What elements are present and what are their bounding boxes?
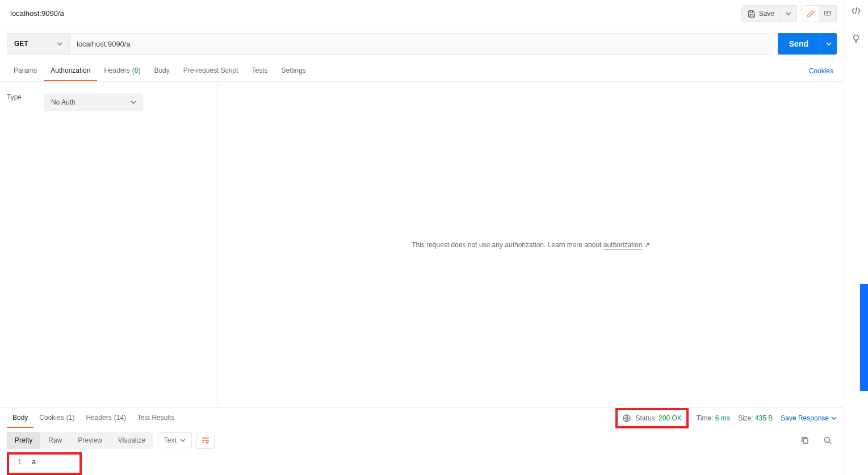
comment-button[interactable]	[819, 6, 836, 22]
line-number: 1	[12, 458, 22, 466]
authorization-panel: Type No Auth This request does not use a…	[0, 82, 844, 408]
edit-comment-group	[802, 5, 837, 22]
copy-button[interactable]	[796, 432, 814, 449]
url-row: GET Send	[0, 27, 844, 60]
view-raw[interactable]: Raw	[40, 432, 70, 449]
svg-rect-0	[825, 11, 831, 15]
status-highlight: Status: 200 OK	[615, 408, 689, 428]
view-visualize[interactable]: Visualize	[110, 432, 153, 449]
send-caret[interactable]	[820, 33, 837, 55]
tab-body[interactable]: Body	[147, 60, 176, 81]
response-tabs: Body Cookies(1) Headers(14) Test Results…	[0, 408, 844, 428]
cookies-link[interactable]: Cookies	[809, 67, 837, 75]
time-value: 6 ms	[715, 414, 730, 422]
tab-prerequest[interactable]: Pre-request Script	[177, 60, 245, 81]
svg-point-4	[854, 35, 859, 40]
search-button[interactable]	[819, 432, 837, 449]
chevron-down-icon	[786, 11, 791, 16]
resp-tab-tests[interactable]: Test Results	[132, 408, 180, 428]
response-highlight: 1 a	[7, 452, 82, 475]
url-input[interactable]	[70, 34, 773, 54]
http-method-select[interactable]: GET	[7, 34, 70, 54]
view-pretty[interactable]: Pretty	[7, 432, 40, 449]
tab-authorization[interactable]: Authorization	[44, 60, 97, 81]
send-button[interactable]: Send	[778, 33, 820, 55]
comment-icon	[824, 10, 832, 18]
globe-icon	[622, 414, 631, 423]
pencil-icon	[807, 10, 815, 18]
resp-tab-cookies[interactable]: Cookies(1)	[33, 408, 80, 428]
chevron-down-icon	[831, 415, 837, 421]
tab-settings[interactable]: Settings	[275, 60, 313, 81]
chevron-down-icon	[57, 41, 62, 47]
wrap-lines-button[interactable]	[196, 432, 215, 449]
svg-rect-2	[803, 439, 808, 443]
scrollbar-thumb[interactable]	[860, 284, 868, 391]
wrap-icon	[201, 436, 210, 445]
auth-type-select[interactable]: No Auth	[44, 93, 143, 111]
chevron-down-icon	[180, 438, 186, 443]
size-value: 435 B	[755, 414, 773, 422]
svg-point-3	[825, 438, 830, 443]
authorization-doc-link[interactable]: authorization	[603, 241, 643, 249]
lightbulb-icon	[851, 34, 861, 44]
view-preview[interactable]: Preview	[70, 432, 110, 449]
copy-icon	[800, 436, 810, 445]
save-icon	[748, 10, 756, 18]
tab-headers[interactable]: Headers(8)	[97, 60, 147, 81]
save-label: Save	[759, 10, 774, 18]
right-sidebar	[844, 0, 868, 475]
auth-type-label: Type	[7, 93, 22, 101]
code-panel-button[interactable]	[851, 6, 861, 18]
tab-params[interactable]: Params	[7, 60, 44, 81]
chevron-down-icon	[826, 41, 832, 47]
resp-tab-body[interactable]: Body	[7, 408, 33, 428]
edit-button[interactable]	[802, 6, 819, 22]
chevron-down-icon	[131, 99, 136, 105]
search-icon	[823, 436, 832, 445]
tab-tests[interactable]: Tests	[245, 60, 274, 81]
save-button[interactable]: Save	[742, 6, 781, 22]
save-response-button[interactable]: Save Response	[781, 414, 837, 422]
format-select[interactable]: Text	[158, 432, 192, 448]
response-body: 1 a	[0, 452, 844, 475]
request-header: localhost:9090/a Save	[0, 0, 844, 27]
resp-tab-headers[interactable]: Headers(14)	[80, 408, 132, 428]
status-value: 200 OK	[659, 414, 682, 422]
response-toolbar: Pretty Raw Preview Visualize Text	[0, 428, 844, 452]
http-method-label: GET	[14, 40, 28, 48]
request-tabs: Params Authorization Headers(8) Body Pre…	[0, 60, 844, 82]
request-name[interactable]: localhost:9090/a	[10, 9, 741, 18]
code-icon	[851, 6, 861, 16]
save-button-group: Save	[741, 5, 797, 22]
response-content[interactable]: a	[32, 458, 36, 466]
info-panel-button[interactable]	[851, 34, 861, 45]
auth-message: This request does not use any authorizat…	[218, 82, 844, 407]
save-caret[interactable]	[781, 6, 796, 22]
